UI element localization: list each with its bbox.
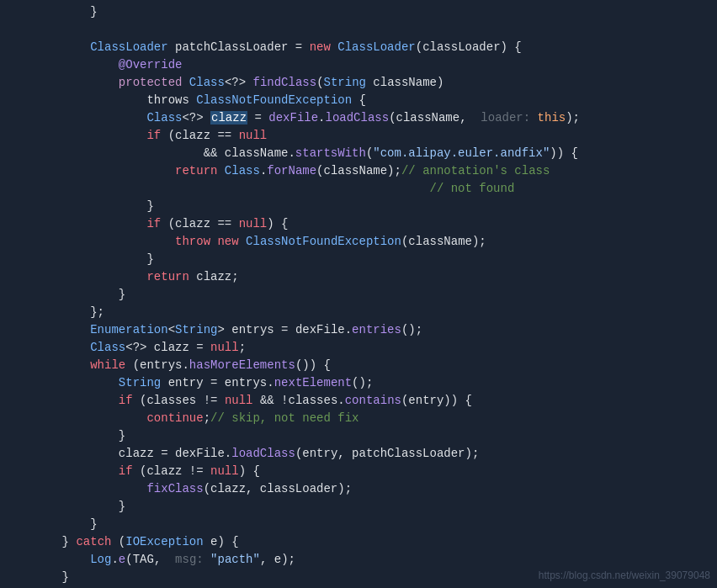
code-line: } — [0, 198, 717, 215]
code-text: continue;// skip, not need fix — [34, 410, 709, 427]
code-line: } — [0, 3, 717, 21]
code-text: Class<?> clazz = null; — [34, 339, 709, 357]
code-text: String entry = entrys.nextElement(); — [34, 374, 709, 392]
code-line: }; — [0, 304, 717, 321]
code-line: } catch (IOException e) { — [0, 533, 717, 551]
code-text: // not found — [34, 180, 709, 198]
code-line: return Class.forName(className);// annot… — [0, 162, 717, 180]
code-text: } catch (IOException e) { — [34, 533, 709, 551]
code-text: return clazz; — [34, 268, 709, 286]
code-line: if (clazz != null) { — [0, 463, 717, 480]
code-text: Enumeration<String> entrys = dexFile.ent… — [34, 321, 709, 339]
code-text: throw new ClassNotFoundException(classNa… — [34, 233, 709, 251]
code-text: } — [34, 516, 709, 533]
code-line: protected Class<?> findClass(String clas… — [0, 74, 717, 92]
code-line: if (clazz == null — [0, 127, 717, 145]
watermark-url: https://blog.csdn.net/weixin_39079048 — [539, 569, 710, 581]
code-text: protected Class<?> findClass(String clas… — [34, 74, 709, 92]
code-text — [34, 21, 709, 39]
code-line: ClassLoader patchClassLoader = new Class… — [0, 39, 717, 56]
code-text: @Override — [34, 56, 709, 74]
code-line: return clazz; — [0, 268, 717, 286]
code-line: while (entrys.hasMoreElements()) { — [0, 357, 717, 374]
code-text: } — [34, 3, 709, 21]
code-text: } — [34, 286, 709, 304]
code-text: Class<?> clazz = dexFile.loadClass(class… — [34, 109, 709, 127]
code-line: // not found — [0, 180, 717, 198]
code-line: Log.e(TAG, msg: "pacth", e); — [0, 551, 717, 569]
code-text: if (clazz == null) { — [34, 215, 709, 233]
code-text: fixClass(clazz, classLoader); — [34, 480, 709, 498]
code-line — [0, 21, 717, 39]
code-line: Class<?> clazz = null; — [0, 339, 717, 357]
code-line: continue;// skip, not need fix — [0, 410, 717, 427]
code-text: throws ClassNotFoundException { — [34, 92, 709, 109]
code-text: if (clazz != null) { — [34, 463, 709, 480]
code-text: } — [34, 198, 709, 215]
code-text: ClassLoader patchClassLoader = new Class… — [34, 39, 709, 56]
code-text: clazz = dexFile.loadClass(entry, patchCl… — [34, 445, 709, 463]
code-line: throw new ClassNotFoundException(classNa… — [0, 233, 717, 251]
code-text: } — [34, 427, 709, 445]
code-line: } — [0, 251, 717, 268]
code-line: String entry = entrys.nextElement(); — [0, 374, 717, 392]
code-text: }; — [34, 304, 709, 321]
code-line: @Override — [0, 56, 717, 74]
code-line: if (clazz == null) { — [0, 215, 717, 233]
code-line: throws ClassNotFoundException { — [0, 92, 717, 109]
code-text: && className.startsWith("com.alipay.eule… — [34, 145, 709, 162]
code-text: while (entrys.hasMoreElements()) { — [34, 357, 709, 374]
code-text: Log.e(TAG, msg: "pacth", e); — [34, 551, 709, 569]
code-line: } — [0, 286, 717, 304]
code-line: } — [0, 516, 717, 533]
code-text: if (clazz == null — [34, 127, 709, 145]
code-line: if (classes != null && !classes.contains… — [0, 392, 717, 410]
code-line: } — [0, 498, 717, 516]
code-line: } — [0, 427, 717, 445]
code-text: return Class.forName(className);// annot… — [34, 162, 709, 180]
code-editor: } ClassLoader patchClassLoader = new Cla… — [0, 0, 717, 588]
code-line: Class<?> clazz = dexFile.loadClass(class… — [0, 109, 717, 127]
code-text: } — [34, 498, 709, 516]
code-text: } — [34, 251, 709, 268]
code-line: fixClass(clazz, classLoader); — [0, 480, 717, 498]
code-line: clazz = dexFile.loadClass(entry, patchCl… — [0, 445, 717, 463]
code-text: if (classes != null && !classes.contains… — [34, 392, 709, 410]
code-line: && className.startsWith("com.alipay.eule… — [0, 145, 717, 162]
code-line: Enumeration<String> entrys = dexFile.ent… — [0, 321, 717, 339]
